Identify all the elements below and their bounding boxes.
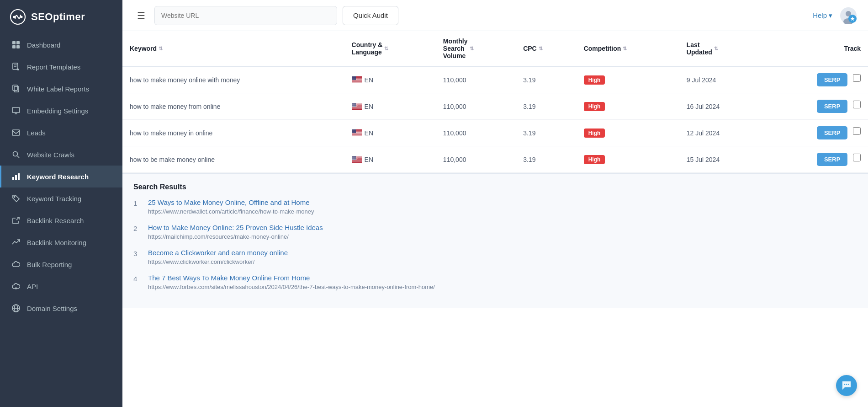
search-result-item: 3 Become a Clickworker and earn money on… [133,249,857,266]
svg-rect-37 [352,82,362,82]
sort-icon-competition[interactable]: ⇅ [623,46,627,52]
search-result-item: 1 25 Ways to Make Money Online, Offline … [133,198,857,215]
svg-rect-6 [16,45,20,48]
cell-keyword: how to make money from online [122,93,344,120]
result-title-link[interactable]: How to Make Money Online: 25 Proven Side… [148,224,323,231]
sidebar-item-backlink-monitoring[interactable]: Backlink Monitoring [0,231,122,253]
col-track: Track [764,31,868,66]
svg-rect-73 [352,135,362,135]
sidebar-item-website-crawls[interactable]: Website Crawls [0,144,122,166]
sidebar-item-leads[interactable]: Leads [0,122,122,144]
keyword-table: Keyword ⇅ Country &Language ⇅ MonthlySea… [122,31,868,173]
sidebar-item-white-label-reports[interactable]: White Label Reports [0,78,122,100]
col-last-updated: LastUpdated ⇅ [679,31,764,66]
cell-competition: High [577,146,679,173]
sort-icon-country[interactable]: ⇅ [384,46,388,52]
serp-button[interactable]: SERP [817,153,847,166]
hamburger-button[interactable]: ☰ [133,8,149,23]
sidebar-item-white-label-label: White Label Reports [27,85,89,93]
sidebar-item-dashboard[interactable]: Dashboard [0,34,122,56]
svg-rect-14 [15,175,17,180]
svg-rect-88 [352,160,362,160]
col-cpc: CPC ⇅ [516,31,577,66]
svg-rect-5 [12,45,16,48]
track-checkbox[interactable] [853,127,861,135]
svg-point-12 [13,152,18,156]
sidebar-item-domain-settings-label: Domain Settings [27,305,77,312]
cell-track: SERP [764,66,868,93]
sidebar-item-api[interactable]: API [0,275,122,297]
result-url: https://www.nerdwallet.com/article/finan… [148,208,314,215]
sidebar-item-report-templates[interactable]: Report Templates [0,56,122,78]
result-content: How to Make Money Online: 25 Proven Side… [148,224,323,241]
sidebar-item-leads-label: Leads [27,129,46,137]
svg-rect-35 [352,80,362,81]
table-row: how to make money from online [122,93,868,120]
svg-point-100 [846,384,847,385]
sort-icon-volume[interactable]: ⇅ [470,46,474,52]
result-url: https://www.forbes.com/sites/melissahous… [148,284,435,290]
help-button[interactable]: Help ▾ [813,11,832,20]
url-input[interactable] [154,6,337,25]
sidebar-item-backlink-research[interactable]: Backlink Research [0,209,122,231]
result-url: https://www.clickworker.com/clickworker/ [148,258,254,265]
sidebar-item-embedding-settings[interactable]: Embedding Settings [0,100,122,122]
svg-point-2 [21,16,23,18]
svg-rect-91 [352,161,362,162]
cell-country: ★★★★★★ ★★★★★ ★★★★★★ ★★★★★ EN [344,120,436,146]
svg-rect-55 [352,108,362,109]
result-content: 25 Ways to Make Money Online, Offline an… [148,198,314,215]
sidebar-item-keyword-research[interactable]: Keyword Research [0,166,122,187]
col-competition: Competition ⇅ [577,31,679,66]
svg-rect-54 [352,107,362,108]
result-title-link[interactable]: 25 Ways to Make Money Online, Offline an… [148,198,314,206]
sort-icon-updated[interactable]: ⇅ [714,46,718,52]
sidebar-item-dashboard-label: Dashboard [27,41,60,49]
monitor-icon [11,106,21,115]
track-checkbox[interactable] [853,74,861,82]
svg-rect-39 [352,83,362,83]
svg-rect-56 [352,109,362,109]
serp-button[interactable]: SERP [817,73,847,86]
serp-button[interactable]: SERP [817,126,847,139]
quick-audit-button[interactable]: Quick Audit [343,6,398,25]
cell-last-updated: 9 Jul 2024 [679,66,764,93]
cell-country: ★★★★★★ ★★★★★ ★★★★★★ ★★★★★ EN [344,146,436,173]
col-country-language: Country &Language ⇅ [344,31,436,66]
user-avatar-button[interactable]: ★ [840,7,857,24]
file-edit-icon [11,62,21,71]
bar-chart-icon [11,172,21,181]
svg-rect-8 [14,86,19,92]
cell-volume: 110,000 [436,146,516,173]
result-title-link[interactable]: The 7 Best Ways To Make Money Online Fro… [148,274,435,282]
table-row: how to make money online with money [122,66,868,93]
external-link-icon [11,216,21,225]
cell-keyword: how to be make money online [122,146,344,173]
search-result-item: 4 The 7 Best Ways To Make Money Online F… [133,274,857,291]
svg-rect-70 [352,133,362,134]
svg-rect-57 [352,109,362,110]
cell-volume: 110,000 [436,66,516,93]
sidebar-item-keyword-research-label: Keyword Research [27,173,89,181]
svg-rect-92 [352,162,362,162]
track-checkbox[interactable] [853,101,861,108]
search-result-item: 2 How to Make Money Online: 25 Proven Si… [133,224,857,241]
cloud-icon [11,260,21,269]
sidebar-item-bulk-reporting[interactable]: Bulk Reporting [0,253,122,275]
sort-icon-keyword[interactable]: ⇅ [159,46,163,52]
svg-rect-89 [352,160,362,161]
cell-competition: High [577,120,679,146]
search-icon [11,150,21,159]
sort-icon-cpc[interactable]: ⇅ [539,46,543,52]
header-right: Help ▾ ★ [813,7,857,24]
result-title-link[interactable]: Become a Clickworker and earn money onli… [148,249,288,257]
serp-button[interactable]: SERP [817,100,847,113]
chat-bubble-button[interactable] [836,375,857,396]
svg-rect-38 [352,82,362,83]
header: ☰ Quick Audit Help ▾ ★ [122,0,868,31]
track-checkbox[interactable] [853,154,861,161]
sidebar-item-keyword-tracking[interactable]: Keyword Tracking [0,187,122,209]
sidebar-item-domain-settings[interactable]: Domain Settings [0,297,122,319]
svg-rect-15 [18,173,20,180]
sidebar-item-report-templates-label: Report Templates [27,63,80,71]
